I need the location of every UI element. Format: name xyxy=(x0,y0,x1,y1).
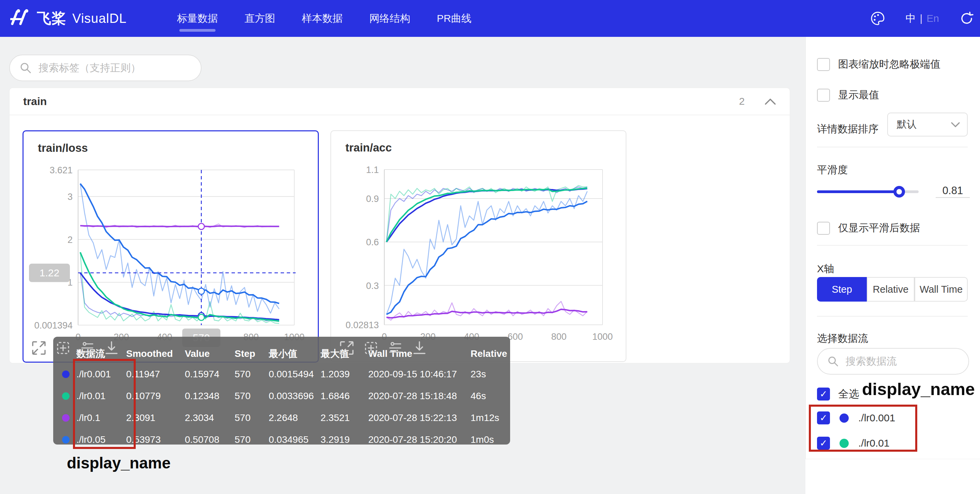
y-tick-label: 0.001394 xyxy=(34,320,73,331)
restore-scale-icon[interactable] xyxy=(363,341,379,355)
smoothing-slider-fill xyxy=(817,190,899,193)
tooltip-cell: 570 xyxy=(235,390,269,402)
group-title: train xyxy=(23,95,47,108)
series-smoothed-./lr0.01 xyxy=(80,252,279,321)
runs-filter-icon[interactable] xyxy=(388,341,403,355)
fullscreen-icon[interactable] xyxy=(31,341,46,355)
sidebar-bottom-bar xyxy=(805,459,980,494)
run-item-0[interactable]: ./lr0.001 xyxy=(817,411,895,424)
fullscreen-icon[interactable] xyxy=(339,341,354,355)
tooltip-cell: 2020-07-28 15:22:13 xyxy=(368,413,471,423)
chart-hover-tooltip: 数据流SmoothedValueStep最小值最大值Wall TimeRelat… xyxy=(53,337,510,445)
tooltip-cell: 1m12s xyxy=(471,413,501,423)
nav-tab-3[interactable]: 网络结构 xyxy=(369,0,410,37)
sort-dropdown-value: 默认 xyxy=(897,118,951,131)
tag-search-box[interactable] xyxy=(9,54,202,81)
x-tick-label: 800 xyxy=(551,331,566,342)
option-ignore-outliers[interactable]: 图表缩放时忽略极端值 xyxy=(817,57,940,71)
checkbox-select-all[interactable] xyxy=(817,387,830,400)
tooltip-cell: 0.0033696 xyxy=(269,390,321,402)
restore-scale-icon[interactable] xyxy=(56,341,71,355)
tooltip-dot-cell xyxy=(62,392,76,400)
select-all-label: 全选 xyxy=(838,387,859,401)
navbar-actions: 中 | En xyxy=(870,0,974,37)
tooltip-cell: 1.6846 xyxy=(321,390,368,402)
smoothing-value-input[interactable] xyxy=(935,184,970,198)
y-tick-label: 2 xyxy=(67,235,73,245)
theme-palette-icon[interactable] xyxy=(870,11,885,26)
series-smoothed-./lr0.001 xyxy=(80,273,279,320)
tooltip-cell: 2020-07-28 15:20:20 xyxy=(368,434,471,445)
run-item-1[interactable]: ./lr0.01 xyxy=(817,437,889,449)
chart-canvas-train-loss[interactable]: 3.6213210.001394020040060080010001.22570 xyxy=(24,131,318,362)
lang-en[interactable]: En xyxy=(926,13,939,24)
sidebar-divider xyxy=(817,316,968,317)
train-group-header[interactable]: train 2 xyxy=(10,88,790,115)
nav-tab-0[interactable]: 标量数据 xyxy=(177,0,218,37)
tag-search-input[interactable] xyxy=(38,62,201,74)
language-switch[interactable]: 中 | En xyxy=(906,11,939,25)
refresh-icon[interactable] xyxy=(959,11,974,25)
tooltip-column-header: Step xyxy=(235,348,269,359)
select-all-runs[interactable]: 全选 xyxy=(817,387,859,401)
run-search-input[interactable] xyxy=(845,355,978,367)
run-color-dot xyxy=(840,413,849,423)
series-smoothed-./lr0.001 xyxy=(387,189,587,242)
lang-separator: | xyxy=(920,13,923,24)
tooltip-cell: 0.11947 xyxy=(126,369,185,380)
tooltip-cell: 2.3091 xyxy=(126,413,185,423)
chart-toolbar-train-loss xyxy=(31,341,119,355)
nav-tab-4[interactable]: PR曲线 xyxy=(437,0,472,37)
option-smoothed-only[interactable]: 仅显示平滑后数据 xyxy=(817,221,920,235)
nav-tab-2[interactable]: 样本数据 xyxy=(302,0,343,37)
checkbox-ignore-outliers[interactable] xyxy=(817,58,830,71)
chart-canvas-train-acc[interactable]: 1.10.90.60.30.0281302004006008001000 xyxy=(331,131,626,361)
series-color-dot xyxy=(62,392,70,400)
series-smoothed-./lr0.05 xyxy=(387,201,587,314)
sort-dropdown[interactable]: 默认 xyxy=(887,113,968,137)
tooltip-column-header: 最小值 xyxy=(269,347,321,360)
option-show-extrema[interactable]: 显示最值 xyxy=(817,88,879,102)
download-icon[interactable] xyxy=(104,341,119,355)
chart-svg: 3.6213210.001394020040060080010001.22570 xyxy=(24,131,318,362)
sort-label: 详情数据排序 xyxy=(817,122,878,136)
tooltip-cell: ./lr0.001 xyxy=(76,369,126,380)
chart-train-loss[interactable]: 3.6213210.001394020040060080010001.22570… xyxy=(22,130,319,363)
run-name: ./lr0.001 xyxy=(858,412,895,424)
checkbox-smoothed-only[interactable] xyxy=(817,222,830,235)
series-smoothed-./lr0.1 xyxy=(80,226,279,227)
y-tick-label: 3 xyxy=(67,192,73,202)
checkbox-show-extrema[interactable] xyxy=(817,89,830,102)
tooltip-row: ./lr0.0010.119470.159745700.00154941.203… xyxy=(62,363,510,385)
tooltip-column-header: Value xyxy=(185,348,235,359)
series-raw-./lr0.01 xyxy=(80,252,279,324)
collapse-chevron-up-icon[interactable] xyxy=(765,97,776,105)
chart-title-train-loss: train/loss xyxy=(38,142,88,155)
tooltip-cell: ./lr0.01 xyxy=(76,390,126,402)
tooltip-cell: 2020-07-28 15:18:48 xyxy=(368,390,471,402)
xaxis-option-wall-time[interactable]: Wall Time xyxy=(915,277,968,301)
checkbox-run-1[interactable] xyxy=(817,437,830,449)
lang-zh[interactable]: 中 xyxy=(906,11,916,25)
runs-filter-icon[interactable] xyxy=(80,341,95,355)
smoothing-label: 平滑度 xyxy=(817,163,848,177)
tooltip-cell: 0.10779 xyxy=(126,390,185,402)
tooltip-cell: 0.53973 xyxy=(126,434,185,445)
series-color-dot xyxy=(62,414,70,422)
nav-tab-1[interactable]: 直方图 xyxy=(245,0,275,37)
run-search-box[interactable] xyxy=(817,348,969,374)
tooltip-cell: 570 xyxy=(235,434,269,445)
xaxis-option-step[interactable]: Step xyxy=(817,277,867,301)
search-icon xyxy=(827,355,839,367)
tooltip-rows: ./lr0.0010.119470.159745700.00154941.203… xyxy=(62,363,510,451)
xaxis-option-relative[interactable]: Relative xyxy=(867,277,915,301)
crosshair-marker-./lr0.1 xyxy=(198,223,204,229)
download-icon[interactable] xyxy=(412,341,427,355)
visualdl-app: 飞桨 VisualDL 标量数据直方图样本数据网络结构PR曲线 中 | En xyxy=(0,0,980,494)
chart-train-acc[interactable]: 1.10.90.60.30.0281302004006008001000 tra… xyxy=(331,130,627,362)
option-label: 显示最值 xyxy=(838,88,879,102)
tooltip-cell: 2.3521 xyxy=(321,413,368,423)
run-color-dot xyxy=(840,439,849,448)
checkbox-run-0[interactable] xyxy=(817,411,830,424)
series-color-dot xyxy=(62,436,70,443)
